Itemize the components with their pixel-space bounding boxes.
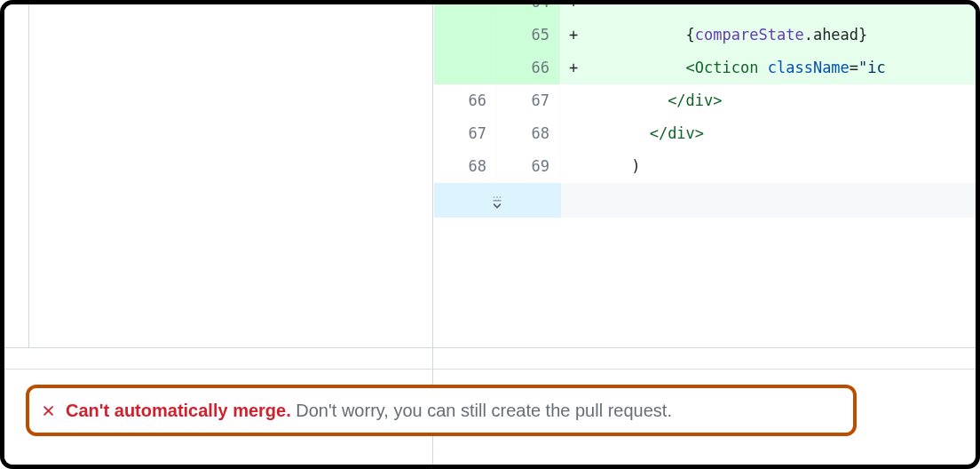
code-content (586, 0, 976, 19)
code-content: </div> (586, 84, 976, 117)
diff-row: 65+ {compareState.ahead} (434, 19, 976, 52)
old-line-number[interactable]: 66 (434, 84, 497, 117)
new-line-number[interactable]: 66 (497, 52, 560, 84)
old-line-number[interactable] (434, 52, 497, 84)
diff-row: 66+ <Octicon className="ic (434, 52, 976, 84)
diff-marker: + (561, 52, 586, 84)
diff-row: 6667 </div> (434, 84, 976, 117)
new-line-number[interactable]: 64 (497, 0, 560, 19)
new-line-number[interactable]: 69 (497, 150, 560, 183)
expand-down-button[interactable] (434, 183, 561, 218)
diff-row: 6768 </div> (434, 117, 976, 150)
diff-marker (561, 117, 586, 150)
alert-title: Can't automatically merge. (66, 401, 291, 420)
old-line-number[interactable]: 67 (434, 117, 497, 150)
diff-marker: + (561, 0, 586, 19)
diff-marker (561, 84, 586, 117)
svg-point-2 (499, 196, 501, 198)
code-content: <Octicon className="ic (586, 52, 976, 84)
code-content: </div> (586, 117, 976, 150)
diff-row: 64+ (434, 0, 976, 19)
code-content: {compareState.ahead} (586, 19, 976, 52)
old-line-number[interactable] (434, 0, 497, 19)
old-line-number[interactable] (434, 19, 497, 52)
alert-rest: Don't worry, you can still create the pu… (291, 401, 672, 420)
unfold-down-icon (489, 193, 505, 209)
old-line-number[interactable]: 68 (434, 150, 497, 183)
x-icon (40, 402, 57, 419)
alert-text: Can't automatically merge. Don't worry, … (66, 401, 672, 421)
panel-divider (4, 347, 976, 348)
svg-point-0 (494, 196, 495, 198)
new-line-number[interactable]: 67 (497, 84, 560, 117)
expand-hunk-row (434, 183, 976, 218)
horizontal-rule (4, 369, 976, 370)
expand-hunk-blank (561, 183, 976, 218)
diff-row: 6869 ) (434, 150, 976, 183)
code-content: ) (586, 150, 976, 183)
diff-view: 64+65+ {compareState.ahead}66+ <Octicon … (434, 0, 976, 218)
diff-marker (561, 150, 586, 183)
new-line-number[interactable]: 68 (497, 117, 560, 150)
merge-conflict-alert: Can't automatically merge. Don't worry, … (26, 385, 857, 436)
diff-marker: + (561, 19, 586, 52)
svg-point-1 (496, 196, 498, 198)
new-line-number[interactable]: 65 (497, 19, 560, 52)
left-panel-border (28, 4, 29, 348)
